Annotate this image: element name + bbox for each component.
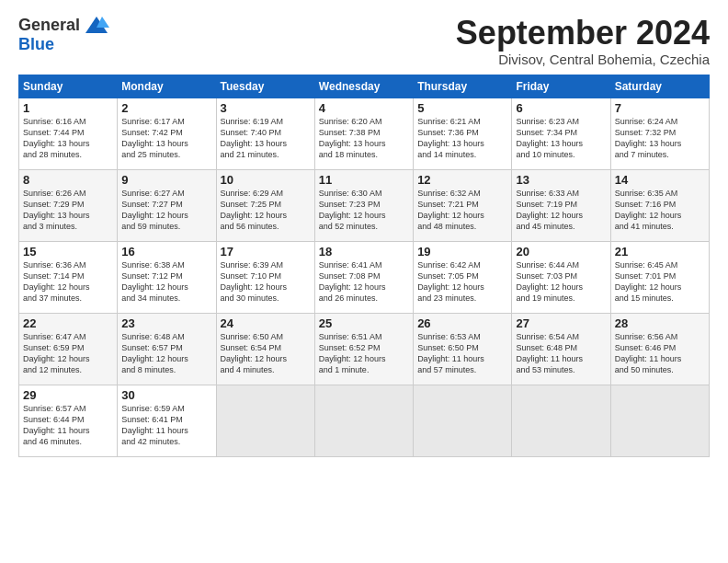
day-number: 8	[23, 173, 113, 187]
logo-blue: Blue	[18, 35, 54, 54]
day-info: Sunrise: 6:57 AM Sunset: 6:44 PM Dayligh…	[23, 403, 113, 448]
calendar-cell	[414, 385, 512, 456]
calendar-cell: 27Sunrise: 6:54 AM Sunset: 6:48 PM Dayli…	[512, 313, 610, 385]
calendar-row: 1Sunrise: 6:16 AM Sunset: 7:44 PM Daylig…	[19, 98, 710, 169]
calendar-cell: 28Sunrise: 6:56 AM Sunset: 6:46 PM Dayli…	[610, 313, 709, 385]
day-info: Sunrise: 6:53 AM Sunset: 6:50 PM Dayligh…	[417, 331, 507, 376]
calendar-cell: 2Sunrise: 6:17 AM Sunset: 7:42 PM Daylig…	[118, 98, 216, 169]
calendar-cell	[216, 385, 314, 456]
day-number: 5	[417, 101, 507, 115]
day-info: Sunrise: 6:19 AM Sunset: 7:40 PM Dayligh…	[221, 116, 311, 161]
calendar-cell: 22Sunrise: 6:47 AM Sunset: 6:59 PM Dayli…	[19, 313, 118, 385]
calendar-cell: 6Sunrise: 6:23 AM Sunset: 7:34 PM Daylig…	[512, 98, 610, 169]
calendar-cell: 29Sunrise: 6:57 AM Sunset: 6:44 PM Dayli…	[19, 385, 118, 456]
calendar-cell: 26Sunrise: 6:53 AM Sunset: 6:50 PM Dayli…	[414, 313, 512, 385]
calendar-table: SundayMondayTuesdayWednesdayThursdayFrid…	[18, 75, 710, 457]
calendar-cell: 10Sunrise: 6:29 AM Sunset: 7:25 PM Dayli…	[216, 169, 314, 241]
day-header-friday: Friday	[512, 75, 610, 98]
day-header-thursday: Thursday	[414, 75, 512, 98]
calendar-cell: 21Sunrise: 6:45 AM Sunset: 7:01 PM Dayli…	[610, 241, 709, 313]
day-number: 17	[221, 245, 311, 259]
calendar-cell	[512, 385, 610, 456]
day-number: 13	[516, 173, 606, 187]
calendar-cell: 20Sunrise: 6:44 AM Sunset: 7:03 PM Dayli…	[512, 241, 610, 313]
calendar-header: SundayMondayTuesdayWednesdayThursdayFrid…	[19, 75, 710, 98]
day-header-monday: Monday	[118, 75, 216, 98]
day-number: 25	[319, 316, 409, 330]
page: General Blue September 2024 Divisov, Cen…	[0, 0, 728, 563]
header: General Blue September 2024 Divisov, Cen…	[18, 15, 710, 67]
day-number: 30	[121, 388, 211, 402]
day-number: 9	[121, 173, 211, 187]
day-info: Sunrise: 6:42 AM Sunset: 7:05 PM Dayligh…	[417, 259, 507, 304]
day-info: Sunrise: 6:35 AM Sunset: 7:16 PM Dayligh…	[615, 188, 705, 233]
day-info: Sunrise: 6:32 AM Sunset: 7:21 PM Dayligh…	[417, 188, 507, 233]
day-header-wednesday: Wednesday	[314, 75, 413, 98]
day-header-saturday: Saturday	[610, 75, 709, 98]
calendar-cell: 15Sunrise: 6:36 AM Sunset: 7:14 PM Dayli…	[19, 241, 118, 313]
logo-general: General	[18, 16, 80, 35]
day-info: Sunrise: 6:17 AM Sunset: 7:42 PM Dayligh…	[121, 116, 211, 161]
calendar-cell: 11Sunrise: 6:30 AM Sunset: 7:23 PM Dayli…	[314, 169, 413, 241]
calendar-cell: 3Sunrise: 6:19 AM Sunset: 7:40 PM Daylig…	[216, 98, 314, 169]
day-info: Sunrise: 6:26 AM Sunset: 7:29 PM Dayligh…	[23, 188, 113, 233]
calendar-body: 1Sunrise: 6:16 AM Sunset: 7:44 PM Daylig…	[19, 98, 710, 456]
calendar-cell	[314, 385, 413, 456]
day-info: Sunrise: 6:59 AM Sunset: 6:41 PM Dayligh…	[121, 403, 211, 448]
calendar-cell: 9Sunrise: 6:27 AM Sunset: 7:27 PM Daylig…	[118, 169, 216, 241]
day-info: Sunrise: 6:51 AM Sunset: 6:52 PM Dayligh…	[319, 331, 409, 376]
day-info: Sunrise: 6:20 AM Sunset: 7:38 PM Dayligh…	[319, 116, 409, 161]
day-info: Sunrise: 6:16 AM Sunset: 7:44 PM Dayligh…	[23, 116, 113, 161]
day-number: 15	[23, 245, 113, 259]
calendar-cell: 19Sunrise: 6:42 AM Sunset: 7:05 PM Dayli…	[414, 241, 512, 313]
day-number: 10	[221, 173, 311, 187]
calendar-cell: 8Sunrise: 6:26 AM Sunset: 7:29 PM Daylig…	[19, 169, 118, 241]
day-number: 22	[23, 316, 113, 330]
day-header-tuesday: Tuesday	[216, 75, 314, 98]
title-block: September 2024 Divisov, Central Bohemia,…	[456, 15, 710, 67]
calendar-cell: 17Sunrise: 6:39 AM Sunset: 7:10 PM Dayli…	[216, 241, 314, 313]
subtitle: Divisov, Central Bohemia, Czechia	[456, 52, 710, 67]
day-info: Sunrise: 6:39 AM Sunset: 7:10 PM Dayligh…	[221, 259, 311, 304]
day-number: 24	[221, 316, 311, 330]
day-number: 29	[23, 388, 113, 402]
day-info: Sunrise: 6:41 AM Sunset: 7:08 PM Dayligh…	[319, 259, 409, 304]
day-number: 14	[615, 173, 705, 187]
day-number: 28	[615, 316, 705, 330]
day-info: Sunrise: 6:54 AM Sunset: 6:48 PM Dayligh…	[516, 331, 606, 376]
day-info: Sunrise: 6:44 AM Sunset: 7:03 PM Dayligh…	[516, 259, 606, 304]
day-header-sunday: Sunday	[19, 75, 118, 98]
day-info: Sunrise: 6:48 AM Sunset: 6:57 PM Dayligh…	[121, 331, 211, 376]
calendar-row: 15Sunrise: 6:36 AM Sunset: 7:14 PM Dayli…	[19, 241, 710, 313]
day-info: Sunrise: 6:33 AM Sunset: 7:19 PM Dayligh…	[516, 188, 606, 233]
calendar-row: 22Sunrise: 6:47 AM Sunset: 6:59 PM Dayli…	[19, 313, 710, 385]
calendar-cell: 18Sunrise: 6:41 AM Sunset: 7:08 PM Dayli…	[314, 241, 413, 313]
day-number: 27	[516, 316, 606, 330]
calendar-cell: 5Sunrise: 6:21 AM Sunset: 7:36 PM Daylig…	[414, 98, 512, 169]
calendar-cell: 13Sunrise: 6:33 AM Sunset: 7:19 PM Dayli…	[512, 169, 610, 241]
day-number: 2	[121, 101, 211, 115]
calendar-cell: 25Sunrise: 6:51 AM Sunset: 6:52 PM Dayli…	[314, 313, 413, 385]
day-number: 18	[319, 245, 409, 259]
day-number: 4	[319, 101, 409, 115]
calendar-row: 29Sunrise: 6:57 AM Sunset: 6:44 PM Dayli…	[19, 385, 710, 456]
day-number: 12	[417, 173, 507, 187]
day-number: 23	[121, 316, 211, 330]
day-info: Sunrise: 6:30 AM Sunset: 7:23 PM Dayligh…	[319, 188, 409, 233]
day-number: 3	[221, 101, 311, 115]
day-number: 7	[615, 101, 705, 115]
day-info: Sunrise: 6:27 AM Sunset: 7:27 PM Dayligh…	[121, 188, 211, 233]
day-info: Sunrise: 6:56 AM Sunset: 6:46 PM Dayligh…	[615, 331, 705, 376]
day-info: Sunrise: 6:24 AM Sunset: 7:32 PM Dayligh…	[615, 116, 705, 161]
day-number: 26	[417, 316, 507, 330]
day-info: Sunrise: 6:50 AM Sunset: 6:54 PM Dayligh…	[221, 331, 311, 376]
day-info: Sunrise: 6:23 AM Sunset: 7:34 PM Dayligh…	[516, 116, 606, 161]
day-number: 16	[121, 245, 211, 259]
day-info: Sunrise: 6:47 AM Sunset: 6:59 PM Dayligh…	[23, 331, 113, 376]
calendar-cell: 24Sunrise: 6:50 AM Sunset: 6:54 PM Dayli…	[216, 313, 314, 385]
calendar-cell: 1Sunrise: 6:16 AM Sunset: 7:44 PM Daylig…	[19, 98, 118, 169]
day-number: 21	[615, 245, 705, 259]
header-row: SundayMondayTuesdayWednesdayThursdayFrid…	[19, 75, 710, 98]
calendar-cell: 14Sunrise: 6:35 AM Sunset: 7:16 PM Dayli…	[610, 169, 709, 241]
day-info: Sunrise: 6:29 AM Sunset: 7:25 PM Dayligh…	[221, 188, 311, 233]
